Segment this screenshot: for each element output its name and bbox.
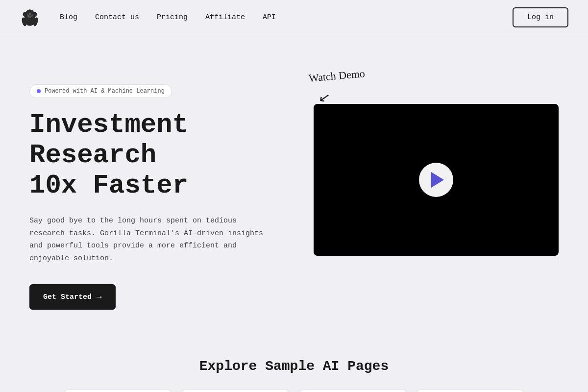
explore-cards: $META Earnings › $AAPL Earnings › $BABA … bbox=[29, 390, 559, 392]
hero-left: Powered with AI & Machine Learning Inves… bbox=[29, 74, 294, 310]
svg-point-3 bbox=[33, 12, 37, 17]
explore-card-tsla[interactable]: $TSLA Earnings › bbox=[416, 390, 524, 392]
svg-point-2 bbox=[23, 12, 27, 17]
login-button[interactable]: Log in bbox=[513, 7, 568, 27]
explore-card-baba[interactable]: $BABA Earnings › bbox=[299, 390, 407, 392]
svg-point-7 bbox=[29, 15, 31, 16]
hero-badge: Powered with AI & Machine Learning bbox=[29, 84, 172, 98]
nav-contact[interactable]: Contact us bbox=[95, 13, 139, 22]
navbar: Blog Contact us Pricing Affiliate API Lo… bbox=[0, 0, 588, 35]
play-triangle-icon bbox=[431, 172, 444, 188]
hero-section: Powered with AI & Machine Learning Inves… bbox=[0, 35, 588, 339]
nav-api[interactable]: API bbox=[263, 13, 276, 22]
nav-links: Blog Contact us Pricing Affiliate API bbox=[60, 13, 513, 22]
get-started-button[interactable]: Get Started → bbox=[29, 284, 116, 310]
badge-dot bbox=[37, 89, 41, 93]
nav-affiliate[interactable]: Affiliate bbox=[205, 13, 245, 22]
badge-text: Powered with AI & Machine Learning bbox=[45, 88, 165, 95]
svg-point-6 bbox=[31, 13, 32, 15]
svg-point-5 bbox=[28, 13, 29, 15]
nav-login: Log in bbox=[513, 7, 568, 27]
explore-card-aapl[interactable]: $AAPL Earnings › bbox=[181, 390, 289, 392]
get-started-label: Get Started bbox=[43, 293, 92, 301]
explore-section: Explore Sample AI Pages $META Earnings ›… bbox=[0, 339, 588, 392]
explore-title: Explore Sample AI Pages bbox=[29, 359, 559, 374]
nav-pricing[interactable]: Pricing bbox=[157, 13, 188, 22]
hero-right: Watch Demo ↙ bbox=[314, 74, 559, 256]
video-player[interactable] bbox=[314, 104, 559, 256]
logo[interactable] bbox=[20, 7, 40, 28]
explore-card-meta[interactable]: $META Earnings › bbox=[64, 390, 172, 392]
play-button[interactable] bbox=[419, 163, 453, 197]
hero-description: Say good bye to the long hours spent on … bbox=[29, 215, 265, 265]
arrow-right-icon: → bbox=[97, 292, 102, 302]
watch-demo-label: Watch Demo bbox=[308, 67, 366, 85]
hero-title: Investment Research 10x Faster bbox=[29, 110, 294, 201]
nav-blog[interactable]: Blog bbox=[60, 13, 77, 22]
hero-title-line1: Investment Research bbox=[29, 110, 188, 170]
hero-title-line2: 10x Faster bbox=[29, 171, 188, 200]
